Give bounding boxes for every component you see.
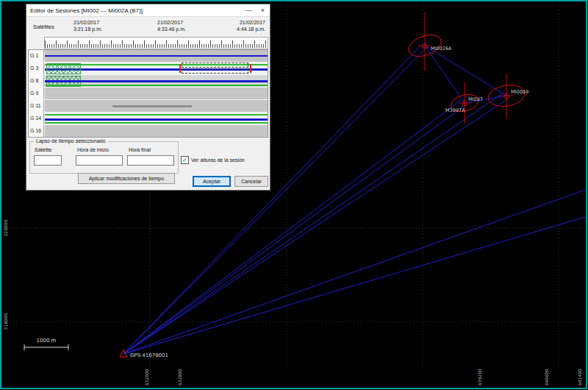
station-marker[interactable]: MI0009: [487, 74, 528, 119]
x-axis-label: 641400: [577, 369, 582, 386]
gps-baseline[interactable]: [425, 46, 465, 103]
dialog-titlebar[interactable]: Editor de Sesiones [MI002 --- MI002A (B7…: [26, 4, 270, 17]
apply-time-modifications-button[interactable]: Aplicar modificaciones de tiempo: [78, 173, 175, 184]
satellite-row[interactable]: G 14: [29, 113, 268, 125]
session-editor-dialog: Editor de Sesiones [MI002 --- MI002A (B7…: [26, 4, 270, 191]
y-axis-label: 320000: [3, 219, 8, 236]
scale-bar-label: 1000 m: [37, 338, 57, 344]
application-window: MI0026AM3097AMI097MI0009GPS 416780011000…: [0, 0, 588, 390]
station-label: MI0026A: [431, 46, 452, 52]
satellite-row-chart[interactable]: [45, 50, 268, 62]
close-icon[interactable]: ×: [256, 4, 270, 16]
dialog-title: Editor de Sesiones [MI002 --- MI002A (B7…: [30, 7, 143, 14]
station-label: M3097A: [445, 107, 465, 113]
observation-line: [45, 80, 268, 82]
excluded-span-hatch: [46, 63, 81, 74]
y-axis-label: 318000: [3, 313, 8, 330]
satellite-session-chart[interactable]: G 1G 3G 8G 9G 11G 14G 16: [28, 49, 268, 138]
observation-line: [45, 122, 268, 124]
show-session-heights-checkbox[interactable]: ✓ Ver alturas de la sesión: [181, 156, 245, 164]
satellite-row-label: G 3: [29, 63, 44, 74]
satellite-row[interactable]: G 8: [29, 75, 268, 88]
satellite-row[interactable]: G 1: [29, 50, 268, 63]
satellite-row-chart[interactable]: [45, 88, 268, 99]
satellite-row-chart[interactable]: [45, 113, 268, 124]
cancel-button[interactable]: Cancelar: [234, 176, 268, 187]
timeline-end-timestamp: 21/02/2017 4:44.18 p.m.: [223, 19, 265, 32]
end-time-field-label: Hora final: [129, 147, 151, 152]
scale-bar: 1000 m: [24, 338, 68, 350]
gps-baseline[interactable]: [123, 190, 585, 354]
satellites-label: Satélites: [33, 24, 54, 30]
satellite-row-label: G 14: [29, 113, 44, 124]
x-axis-label: 632000: [144, 369, 149, 386]
accept-button[interactable]: Aceptar: [193, 176, 231, 187]
observation-line: [45, 114, 268, 116]
group-title: Lapso de tiempo seleccionado: [34, 138, 108, 143]
checkbox-label: Ver alturas de la sesión: [191, 157, 245, 163]
x-axis-label: 632800: [177, 369, 182, 386]
observation-line: [45, 85, 268, 86]
observation-line: [45, 118, 268, 121]
start-time-field-label: Hora de inicio: [77, 147, 109, 152]
selected-timespan-group: Lapso de tiempo seleccionado Satélite Ho…: [29, 141, 179, 174]
end-time-input[interactable]: [127, 155, 174, 166]
station-label: MI097: [468, 96, 483, 102]
start-time-input[interactable]: [76, 155, 123, 166]
satellite-row[interactable]: G 16: [29, 125, 268, 137]
minimize-icon[interactable]: —: [242, 4, 256, 16]
selection-edge-mark: [250, 64, 251, 73]
satellite-input[interactable]: [34, 155, 62, 166]
checkbox-check-icon: ✓: [181, 156, 189, 164]
satellite-row-chart[interactable]: [45, 63, 268, 74]
satellite-row-chart[interactable]: [45, 125, 268, 137]
x-axis-label: 640600: [544, 369, 549, 386]
satellite-row-chart[interactable]: [45, 75, 268, 87]
observation-bar: [112, 105, 192, 107]
satellite-row-label: G 11: [29, 100, 44, 112]
timeline-ruler[interactable]: [44, 37, 268, 49]
satellite-row[interactable]: G 9: [29, 88, 268, 100]
observation-line: [45, 55, 268, 57]
satellite-row-label: G 8: [29, 75, 44, 87]
x-axis-label: 639200: [477, 369, 482, 386]
station-label: MI0009: [511, 89, 528, 95]
satellite-row-label: G 9: [29, 88, 44, 99]
satellite-row-label: G 1: [29, 50, 44, 62]
station-marker[interactable]: M3097AMI097: [445, 82, 483, 124]
base-station-label: GPS 41678001: [130, 352, 168, 358]
satellite-field-label: Satélite: [35, 147, 51, 152]
satellite-row[interactable]: G 3: [29, 63, 268, 75]
timeline-mid-timestamp: 21/02/2017 4:33.46 p.m.: [157, 19, 186, 32]
timeline-start-timestamp: 21/02/2017 3:21.18 p.m.: [74, 19, 102, 32]
selection-marquee: [182, 63, 248, 68]
satellite-row-chart[interactable]: [45, 100, 268, 112]
selection-edge-mark: [179, 64, 181, 73]
satellite-row[interactable]: G 11: [29, 100, 268, 113]
satellite-row-label: G 16: [29, 125, 44, 137]
selection-marquee: [182, 68, 248, 74]
gps-baseline[interactable]: [425, 46, 506, 96]
gps-baseline[interactable]: [123, 217, 585, 354]
